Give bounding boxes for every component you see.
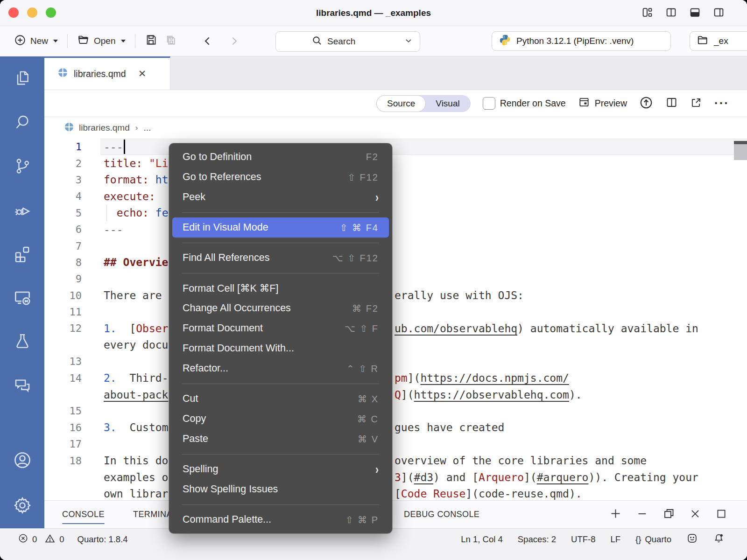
code-fragment-right: gues have created xyxy=(395,420,504,436)
search-input[interactable]: Search xyxy=(275,31,420,52)
code-row[interactable]: 17 xyxy=(44,436,747,452)
scrollbar-thumb[interactable] xyxy=(734,144,747,160)
menu-item-refactor[interactable]: Refactor...⌃ ⇧ R xyxy=(172,358,389,378)
save-all-button[interactable] xyxy=(161,31,181,51)
code-row[interactable]: 13 xyxy=(44,353,747,370)
menu-item-format-cell-k-f[interactable]: Format Cell [⌘K ⌘F] xyxy=(172,278,389,298)
language-mode-status[interactable]: {} Quarto xyxy=(635,534,671,545)
save-button[interactable] xyxy=(141,31,161,51)
breadcrumb-file[interactable]: libraries.qmd xyxy=(79,123,130,133)
code-row[interactable]: 15 xyxy=(44,403,747,419)
menu-item-find-all-references[interactable]: Find All References⌥ ⇧ F12 xyxy=(172,248,389,268)
code-row[interactable]: 2title: "Li xyxy=(44,155,747,171)
comments-icon[interactable] xyxy=(0,364,44,407)
code-row[interactable]: 5 echo: fe xyxy=(44,205,747,221)
code-row[interactable]: 3format: ht xyxy=(44,172,747,188)
toggle-secondary-sidebar-icon[interactable] xyxy=(713,7,725,18)
visual-mode-button[interactable]: Visual xyxy=(425,96,470,112)
interpreter-selector[interactable]: Python 3.12.1 (PipEnv: .venv) xyxy=(492,31,671,51)
panel-restore-icon[interactable] xyxy=(662,507,675,522)
more-actions-button[interactable]: ··· xyxy=(714,96,729,111)
open-in-new-window-icon[interactable] xyxy=(690,97,702,111)
preview-button[interactable]: Preview xyxy=(578,96,627,111)
workspace-label: _ex xyxy=(714,36,728,46)
eol-status[interactable]: LF xyxy=(610,534,620,545)
menu-item-peek[interactable]: Peek› xyxy=(172,187,389,207)
tab-libraries-qmd[interactable]: libraries.qmd ✕ xyxy=(44,56,170,90)
source-control-icon[interactable] xyxy=(0,144,44,188)
menu-item-copy[interactable]: Copy⌘ C xyxy=(172,409,389,429)
run-and-debug-icon[interactable] xyxy=(0,188,44,232)
menu-item-format-document-with[interactable]: Format Document With... xyxy=(172,338,389,358)
panel-close-icon[interactable] xyxy=(689,508,701,522)
settings-gear-icon[interactable] xyxy=(0,482,44,529)
menu-item-paste[interactable]: Paste⌘ V xyxy=(172,429,389,449)
indentation-status[interactable]: Spaces: 2 xyxy=(518,534,556,545)
menu-item-change-all-occurrences[interactable]: Change All Occurrences⌘ F2 xyxy=(172,298,389,318)
back-button[interactable] xyxy=(198,32,218,50)
breadcrumb-more[interactable]: ... xyxy=(143,123,151,133)
open-button[interactable]: Open xyxy=(73,31,129,51)
workspace-selector[interactable]: _ex xyxy=(690,31,747,51)
split-editor-layout-icon[interactable] xyxy=(665,7,677,18)
code-row[interactable]: 10There are erally use with OJS: xyxy=(44,287,747,304)
menu-item-edit-in-visual-mode[interactable]: Edit in Visual Mode⇧ ⌘ F4 xyxy=(172,217,389,238)
tab-close-icon[interactable]: ✕ xyxy=(138,68,147,79)
menu-item-spelling[interactable]: Spelling› xyxy=(172,459,389,479)
line-number: 7 xyxy=(44,240,82,252)
code-row[interactable]: 7 xyxy=(44,238,747,254)
search-dropdown-chevron-icon[interactable] xyxy=(404,36,413,48)
new-button[interactable]: New xyxy=(10,31,62,51)
encoding-status[interactable]: UTF-8 xyxy=(571,534,595,545)
menu-item-command-palette[interactable]: Command Palette...⇧ ⌘ P xyxy=(172,510,389,530)
console-sessions-icon[interactable] xyxy=(0,276,44,320)
menu-item-format-document[interactable]: Format Document⌥ ⇧ F xyxy=(172,318,389,338)
code-row[interactable]: about-packQ](https://observablehq.com). xyxy=(44,386,747,403)
editor-scrollbar[interactable] xyxy=(734,139,747,195)
notifications-bell-icon[interactable] xyxy=(713,532,725,546)
back-chevron-icon xyxy=(202,35,214,47)
code-row[interactable]: 4execute: xyxy=(44,188,747,204)
panel-minimize-icon[interactable] xyxy=(636,507,648,522)
code-row[interactable]: 9 xyxy=(44,271,747,287)
menu-item-cut[interactable]: Cut⌘ X xyxy=(172,389,389,409)
problems-indicator[interactable]: 0 0 xyxy=(18,533,64,546)
panel-maximize-icon[interactable] xyxy=(715,508,727,522)
code-row[interactable]: 142. Third-pm](https://docs.npmjs.com/ xyxy=(44,370,747,386)
panel-add-icon[interactable] xyxy=(609,507,622,522)
new-label: New xyxy=(30,36,48,46)
code-row[interactable]: 11 xyxy=(44,304,747,320)
code-row[interactable]: 6--- xyxy=(44,221,747,238)
source-mode-button[interactable]: Source xyxy=(376,95,426,112)
code-row[interactable]: 8## Overvie xyxy=(44,254,747,271)
menu-item-show-spelling-issues[interactable]: Show Spelling Issues xyxy=(172,479,389,499)
code-row[interactable]: 121. [Obserub.com/observablehq) automati… xyxy=(44,320,747,336)
explorer-icon[interactable] xyxy=(0,56,44,100)
render-on-save-checkbox[interactable] xyxy=(483,97,495,110)
split-editor-icon[interactable] xyxy=(665,96,678,111)
panel-tab-debug-console[interactable]: DEBUG CONSOLE xyxy=(404,501,479,528)
cursor-position-status[interactable]: Ln 1, Col 4 xyxy=(461,534,502,545)
menu-item-go-to-references[interactable]: Go to References⇧ F12 xyxy=(172,167,389,187)
panel-tab-console[interactable]: CONSOLE xyxy=(62,501,105,528)
extensions-icon[interactable] xyxy=(0,232,44,276)
forward-button[interactable] xyxy=(224,32,244,50)
code-row[interactable]: examples o3](#d3) and [Arquero](#arquero… xyxy=(44,469,747,485)
code-row[interactable]: 163. Customgues have created xyxy=(44,420,747,436)
line-number: 18 xyxy=(44,455,82,467)
code-token: ]( xyxy=(401,389,414,401)
code-row[interactable]: 18In this dooverview of the core librari… xyxy=(44,452,747,469)
customize-layout-icon[interactable] xyxy=(641,7,653,18)
search-sidebar-icon[interactable] xyxy=(0,100,44,144)
testing-icon[interactable] xyxy=(0,320,44,364)
code-row[interactable]: every docu xyxy=(44,337,747,353)
quarto-version-status[interactable]: Quarto: 1.8.4 xyxy=(78,534,128,545)
account-icon[interactable] xyxy=(0,438,44,482)
code-editor[interactable]: 1---2title: "Li3format: ht4execute:5 ech… xyxy=(44,139,747,501)
menu-item-go-to-definition[interactable]: Go to DefinitionF2 xyxy=(172,147,389,167)
feedback-smiley-icon[interactable] xyxy=(686,532,698,546)
render-document-icon[interactable] xyxy=(639,96,653,112)
code-row[interactable]: 1--- xyxy=(44,139,747,155)
code-row[interactable]: own librar[Code Reuse](code-reuse.qmd). xyxy=(44,485,747,501)
toggle-panel-icon[interactable] xyxy=(689,7,701,18)
